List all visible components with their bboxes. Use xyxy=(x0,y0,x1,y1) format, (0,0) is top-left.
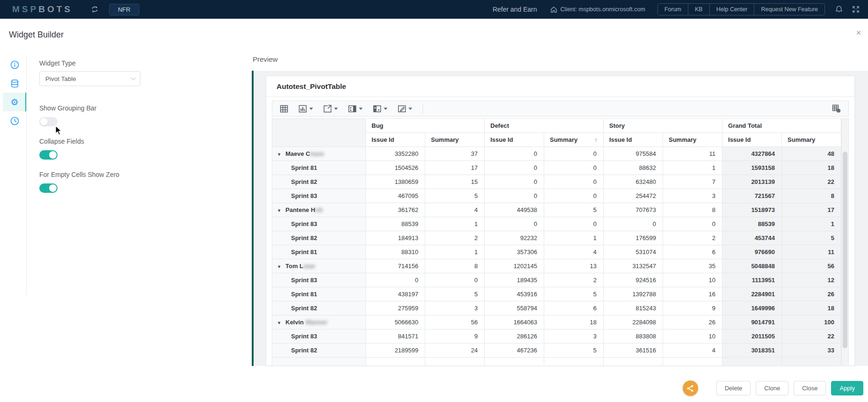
pivot-cell: 88539 xyxy=(722,217,782,231)
scrollbar-thumb[interactable] xyxy=(843,152,847,348)
nav-link-kb[interactable]: KB xyxy=(688,4,709,15)
pivot-cell: 2 xyxy=(544,273,604,287)
rail-item-info[interactable] xyxy=(3,55,26,74)
pivot-cell: 714156 xyxy=(366,259,425,273)
pivot-cell: 1649996 xyxy=(722,301,782,315)
collapse-caret-icon[interactable]: ▾ xyxy=(278,208,285,213)
pivot-sub-header[interactable]: Issue Id xyxy=(604,133,663,147)
share-button[interactable] xyxy=(683,380,698,396)
pivot-sub-header[interactable]: Summary xyxy=(663,133,722,147)
sync-icon[interactable] xyxy=(90,5,100,14)
pivot-row: Sprint 82138065915006324807201313922 xyxy=(272,175,841,189)
pivot-group-row: ▾Kelvin Wanner50666305616640631822840982… xyxy=(272,315,841,329)
pivot-cell: 17 xyxy=(782,203,841,217)
pivot-row-header[interactable]: ▾Tom Lowe xyxy=(272,259,366,273)
row-label: Maeve C xyxy=(285,150,310,157)
pivot-cell: 5 xyxy=(544,203,604,217)
widget-type-select[interactable]: Pivot Table xyxy=(39,71,140,86)
row-label: Sprint 83 xyxy=(291,333,317,340)
pivot-cell: 18 xyxy=(782,161,841,175)
pivot-sub-header[interactable]: Issue Id xyxy=(485,133,544,147)
nav-link-help-center[interactable]: Help Center xyxy=(709,4,754,15)
field-chooser-icon[interactable] xyxy=(832,104,841,113)
clone-button[interactable]: Clone xyxy=(756,381,788,395)
pivot-cell: 13 xyxy=(544,259,604,273)
widget-type-label: Widget Type xyxy=(39,59,140,67)
pivot-cell: 5 xyxy=(425,287,485,301)
delete-button[interactable]: Delete xyxy=(716,381,751,395)
pivot-cell: 2013139 xyxy=(722,175,782,189)
pivot-row: Sprint 814381975453916513927881622849012… xyxy=(272,287,841,301)
pivot-cell: 1 xyxy=(425,245,485,259)
fullscreen-icon[interactable] xyxy=(851,5,861,14)
client-menu[interactable]: Client: mspbots.onmicrosoft.com xyxy=(550,6,645,13)
pivot-row-header[interactable]: ▾Maeve Chase xyxy=(272,147,366,161)
rail-item-settings[interactable]: ⚙ xyxy=(3,93,26,111)
refer-and-earn-link[interactable]: Refer and Earn xyxy=(493,6,537,13)
table-view-icon[interactable] xyxy=(280,105,288,113)
edit-icon[interactable] xyxy=(398,105,412,113)
chevron-down-icon xyxy=(359,108,363,110)
rail-item-history[interactable] xyxy=(3,111,26,130)
collapse-caret-icon[interactable]: ▾ xyxy=(278,152,285,157)
pivot-row-header: Sprint 82 xyxy=(272,231,366,245)
pivot-cell: 56 xyxy=(425,315,485,329)
pivot-sub-header[interactable]: Issue Id xyxy=(722,133,782,147)
pivot-cell: 9 xyxy=(663,301,722,315)
chevron-down-icon xyxy=(384,108,387,110)
mspbots-logo[interactable]: MSPBOTS xyxy=(12,4,73,15)
pivot-cell: 26 xyxy=(782,287,841,301)
pivot-row-header[interactable]: ▾Pantene Holt xyxy=(272,203,366,217)
toggle-list: Show Grouping BarCollapse FieldsFor Empt… xyxy=(39,104,140,193)
pivot-toolbar xyxy=(272,101,849,117)
nav-link-request-new-feature[interactable]: Request New Feature xyxy=(754,4,824,15)
grandtotal-icon[interactable] xyxy=(373,105,387,113)
chevron-down-icon xyxy=(408,108,412,110)
collapse-caret-icon[interactable]: ▾ xyxy=(278,320,285,325)
pivot-sub-header[interactable]: Summary↑ xyxy=(544,133,604,147)
nav-link-forum[interactable]: Forum xyxy=(658,4,688,15)
row-label: Sprint 81 xyxy=(291,164,317,171)
pivot-cell: 361762 xyxy=(366,203,425,217)
export-icon[interactable] xyxy=(323,105,338,113)
pivot-cell: 1664063 xyxy=(485,315,544,329)
nfr-button[interactable]: NFR xyxy=(109,4,139,15)
rail-item-data-source[interactable] xyxy=(3,74,26,93)
pivot-cell: 11 xyxy=(663,147,722,161)
pivot-cell xyxy=(722,358,782,366)
pivot-sub-header[interactable]: Summary xyxy=(782,133,841,147)
pivot-sub-header[interactable]: Issue Id xyxy=(366,133,425,147)
collapse-caret-icon[interactable]: ▾ xyxy=(278,264,285,269)
pivot-cell: 453744 xyxy=(722,231,782,245)
notifications-bell-icon[interactable] xyxy=(834,5,844,14)
pivot-cell: 15 xyxy=(425,175,485,189)
close-button[interactable]: Close xyxy=(794,381,826,395)
pivot-cell: 18 xyxy=(782,301,841,315)
toggle-for-empty-cells-show-zero[interactable] xyxy=(39,183,58,193)
pivot-row-header[interactable]: ▾Kelvin Wanner xyxy=(272,315,366,329)
pivot-cell: 0 xyxy=(425,273,485,287)
pivot-sub-header[interactable]: Summary xyxy=(425,133,485,147)
chart-view-icon[interactable] xyxy=(299,105,313,113)
pivot-cell: 5 xyxy=(782,231,841,245)
pivot-cell: 883808 xyxy=(604,329,663,344)
pivot-cell: 2284901 xyxy=(722,287,782,301)
widget-title: Autotest_PivotTable xyxy=(266,76,854,97)
pivot-cell: 2 xyxy=(425,231,485,245)
toggle-collapse-fields[interactable] xyxy=(39,150,58,160)
share-icon xyxy=(686,385,694,392)
toggle-show-grouping-bar[interactable] xyxy=(39,117,58,126)
pivot-cell: 707673 xyxy=(604,203,663,217)
close-icon[interactable]: × xyxy=(853,28,864,38)
pivot-cell: 10 xyxy=(663,273,722,287)
pivot-cell: 1 xyxy=(782,217,841,231)
vertical-scrollbar[interactable] xyxy=(841,118,849,366)
pivot-cell: 438197 xyxy=(366,287,425,301)
pivot-row: Sprint 82184913292232117659924537445 xyxy=(272,231,841,245)
subtotal-icon[interactable] xyxy=(348,105,363,113)
pivot-cell xyxy=(485,358,544,366)
pivot-cell: 467236 xyxy=(485,344,544,358)
apply-button[interactable]: Apply xyxy=(831,381,863,395)
pivot-cell xyxy=(604,358,663,366)
pivot-row-header: Sprint 81 xyxy=(272,245,366,259)
